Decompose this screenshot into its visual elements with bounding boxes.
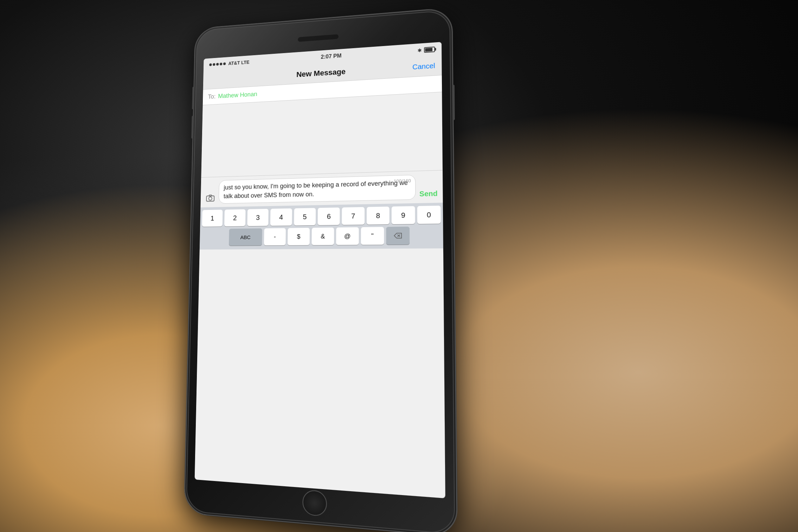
- message-body-area: [201, 92, 443, 177]
- key-6[interactable]: 6: [318, 207, 340, 225]
- battery-icon: [424, 46, 435, 53]
- key-at[interactable]: @: [336, 227, 359, 245]
- key-0[interactable]: 0: [417, 206, 441, 224]
- key-9[interactable]: 9: [392, 206, 415, 224]
- key-2[interactable]: 2: [224, 209, 245, 226]
- key-1[interactable]: 1: [202, 210, 223, 227]
- volume-down-button[interactable]: [191, 116, 193, 139]
- signal-strength: [209, 62, 226, 66]
- phone-screen: AT&T LTE 2:07 PM ✱ New Message Cancel To…: [195, 42, 445, 498]
- svg-point-1: [209, 197, 212, 200]
- key-8[interactable]: 8: [367, 207, 390, 225]
- signal-dot-1: [209, 63, 212, 66]
- camera-button[interactable]: [205, 192, 217, 204]
- compose-row: just so you know, I'm going to be keepin…: [205, 174, 438, 204]
- battery-fill: [425, 48, 432, 52]
- clock: 2:07 PM: [321, 53, 341, 60]
- keyboard: 1 2 3 4 5 6 7 8 9 0 ABC - $ & @: [200, 203, 443, 250]
- message-text: just so you know, I'm going to be keepin…: [224, 178, 410, 200]
- key-quote[interactable]: ": [361, 227, 384, 245]
- send-button[interactable]: Send: [419, 188, 438, 200]
- phone-wrapper: AT&T LTE 2:07 PM ✱ New Message Cancel To…: [184, 8, 457, 532]
- bluetooth-icon: ✱: [418, 47, 422, 53]
- key-3[interactable]: 3: [247, 209, 269, 226]
- to-label: To:: [208, 93, 215, 101]
- power-button[interactable]: [453, 85, 455, 120]
- key-5[interactable]: 5: [294, 208, 316, 226]
- message-input[interactable]: just so you know, I'm going to be keepin…: [219, 175, 416, 204]
- key-dollar[interactable]: $: [288, 228, 310, 245]
- volume-up-button[interactable]: [192, 87, 194, 109]
- keyboard-row-symbols: ABC - $ & @ ": [202, 226, 441, 246]
- status-right: ✱: [418, 46, 435, 53]
- status-left: AT&T LTE: [209, 59, 249, 68]
- home-button[interactable]: [302, 489, 327, 517]
- char-count: 100/160: [394, 178, 411, 184]
- earpiece: [298, 34, 339, 42]
- key-4[interactable]: 4: [270, 209, 292, 226]
- carrier-label: AT&T LTE: [228, 59, 249, 66]
- signal-dot-2: [213, 63, 215, 66]
- recipient-name: Mathew Honan: [218, 91, 257, 100]
- signal-dot-3: [216, 63, 219, 66]
- signal-dot-5: [223, 62, 226, 65]
- signal-dot-4: [220, 63, 222, 65]
- key-abc[interactable]: ABC: [229, 229, 262, 246]
- key-7[interactable]: 7: [342, 207, 365, 225]
- key-delete[interactable]: [386, 227, 410, 245]
- cancel-button[interactable]: Cancel: [412, 62, 435, 71]
- nav-title: New Message: [296, 67, 346, 79]
- phone-body: AT&T LTE 2:07 PM ✱ New Message Cancel To…: [184, 8, 457, 532]
- key-ampersand[interactable]: &: [312, 227, 334, 245]
- keyboard-row-numbers: 1 2 3 4 5 6 7 8 9 0: [202, 206, 441, 227]
- key-dash[interactable]: -: [264, 228, 286, 245]
